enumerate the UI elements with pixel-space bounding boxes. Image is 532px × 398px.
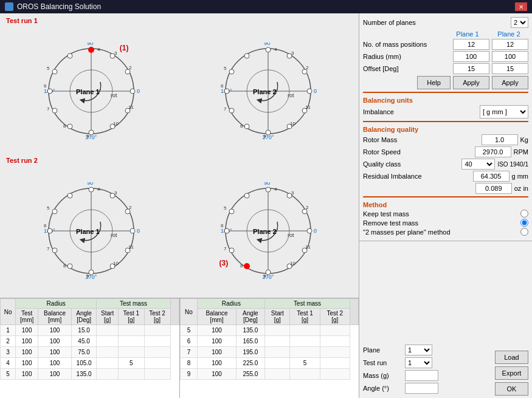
mass-positions-p2-input[interactable] [492, 39, 528, 50]
svg-text:90°: 90° [264, 182, 272, 186]
table1-wrapper: No Radius Test mass Test[mm] Balance[mm]… [0, 298, 180, 398]
svg-point-32 [88, 47, 94, 53]
svg-text:90°: 90° [264, 43, 272, 46]
diagram-tr1-p1: Test run 1 (1) [2, 16, 179, 156]
load-button[interactable]: Load [495, 351, 528, 364]
data-table-2: No Radius Test mass Balance[mm] Angle[De… [180, 298, 359, 380]
svg-text:8: 8 [63, 123, 66, 129]
mass-positions-p1-input[interactable] [453, 39, 489, 50]
test-run-select[interactable]: 1 2 [405, 357, 432, 368]
col-test2-g: Test 2[g] [144, 309, 170, 325]
svg-text:10: 10 [290, 121, 295, 126]
num-planes-select[interactable]: 2 [511, 17, 528, 28]
remove-test-mass-label: Remove test mass [363, 219, 517, 227]
mass-g-label: Mass (g) [363, 372, 402, 379]
diagram-tr2-p2: (3) 90° 0° 270° [179, 156, 356, 295]
svg-text:2: 2 [129, 205, 132, 210]
two-masses-radio[interactable] [520, 228, 528, 236]
radius-p2-input[interactable] [492, 51, 528, 62]
mass-g-row: Mass (g) [363, 370, 491, 381]
svg-point-84 [67, 193, 72, 198]
table2-wrapper: No Radius Test mass Balance[mm] Angle[De… [180, 298, 359, 398]
data-table-1: No Radius Test mass Test[mm] Balance[mm]… [0, 298, 179, 380]
residual-imbalance-unit-2: oz in [514, 185, 528, 192]
col-test-mm: Test[mm] [16, 309, 38, 325]
imbalance-select[interactable]: [ g mm ] [480, 105, 528, 118]
right-bottom-panel: Plane 1 2 Test run 1 2 M [359, 241, 532, 398]
svg-text:0°: 0° [137, 228, 140, 234]
svg-text:4: 4 [274, 47, 277, 52]
quality-class-row: Quality class 40 ISO 1940/1 [363, 159, 528, 170]
svg-text:10: 10 [290, 261, 295, 266]
svg-text:rot: rot [288, 232, 294, 238]
svg-text:rot: rot [288, 92, 294, 98]
plane-select[interactable]: 1 2 [405, 345, 432, 355]
svg-point-18 [52, 69, 57, 74]
residual-imbalance-row-1: Residual Imbalance g mm [363, 171, 528, 182]
tables-container: No Radius Test mass Test[mm] Balance[mm]… [0, 298, 359, 398]
action-buttons: Load Export OK [495, 345, 528, 396]
offset-p1-input[interactable] [453, 63, 489, 74]
polar-svg-3: 90° 0° 270° 180° [43, 182, 140, 280]
svg-text:5: 5 [224, 66, 227, 71]
svg-text:11: 11 [305, 105, 311, 110]
col-no-1: No [1, 299, 16, 325]
angle-row: Angle (°) [363, 383, 491, 394]
svg-point-17 [47, 89, 52, 94]
col-test1-g: Test 1[g] [118, 309, 144, 325]
svg-point-15 [67, 124, 72, 129]
residual-imbalance-unit-1: g mm [512, 173, 529, 180]
remove-test-mass-radio[interactable] [520, 219, 528, 227]
mass-positions-label: No. of mass positions [363, 41, 453, 48]
mass-g-input[interactable] [405, 370, 438, 381]
svg-point-50 [224, 89, 229, 94]
svg-point-76 [130, 228, 135, 233]
close-button[interactable]: ✕ [515, 2, 527, 11]
plane2-header: Plane 2 [489, 30, 528, 38]
rotor-speed-unit: RPM [514, 148, 528, 156]
svg-point-108 [307, 228, 312, 233]
col-start-g-2: Start[g] [265, 309, 290, 325]
annotation-1: (1) [120, 44, 129, 52]
test-run-2-label: Test run 2 [6, 157, 38, 164]
help-button[interactable]: Help [417, 76, 451, 89]
svg-point-16 [52, 108, 57, 113]
balancing-units-section: Balancing units Imbalance [ g mm ] [363, 92, 528, 118]
rotor-mass-input[interactable] [482, 134, 518, 145]
rotor-mass-unit: Kg [520, 136, 528, 143]
svg-text:8: 8 [63, 263, 66, 269]
rotor-mass-label: Rotor Mass [363, 136, 482, 143]
svg-text:9: 9 [86, 134, 89, 139]
col-angle-deg-2: Angle[Deg] [236, 309, 265, 325]
residual-imbalance-input-2[interactable] [475, 183, 512, 194]
svg-text:4: 4 [97, 47, 100, 52]
svg-text:6: 6 [44, 223, 47, 228]
table-row: 7100195.0 [180, 347, 359, 358]
svg-text:6: 6 [221, 223, 224, 228]
table-row: 210010045.0 [1, 336, 179, 347]
imbalance-row: Imbalance [ g mm ] [363, 105, 528, 118]
svg-text:0°: 0° [314, 228, 317, 234]
quality-class-select[interactable]: 40 [461, 159, 495, 170]
col-testmass-1: Test mass [97, 299, 170, 309]
angle-input[interactable] [405, 383, 438, 394]
diagrams-area: Test run 1 (1) [0, 13, 359, 298]
ok-button[interactable]: OK [495, 382, 528, 396]
table-row: 4100100105.05 [1, 358, 179, 369]
table-row: 310010075.0 [1, 347, 179, 358]
num-planes-label: Number of planes [363, 19, 508, 26]
svg-text:Plane 1: Plane 1 [76, 228, 100, 235]
keep-test-mass-radio[interactable] [520, 210, 528, 218]
export-button[interactable]: Export [495, 366, 528, 380]
table-row: 8100225.05 [180, 358, 359, 369]
residual-imbalance-input-1[interactable] [473, 171, 510, 182]
num-planes-row: Number of planes 2 [363, 17, 528, 28]
apply-button-1[interactable]: Apply [453, 76, 489, 89]
offset-p2-input[interactable] [492, 63, 528, 74]
quality-class-unit: ISO 1940/1 [497, 161, 528, 168]
radius-p1-input[interactable] [453, 51, 489, 62]
col-radius-1: Radius [16, 299, 97, 309]
apply-button-2[interactable]: Apply [492, 76, 528, 89]
rotor-speed-input[interactable] [475, 146, 511, 157]
svg-point-73 [89, 187, 94, 192]
